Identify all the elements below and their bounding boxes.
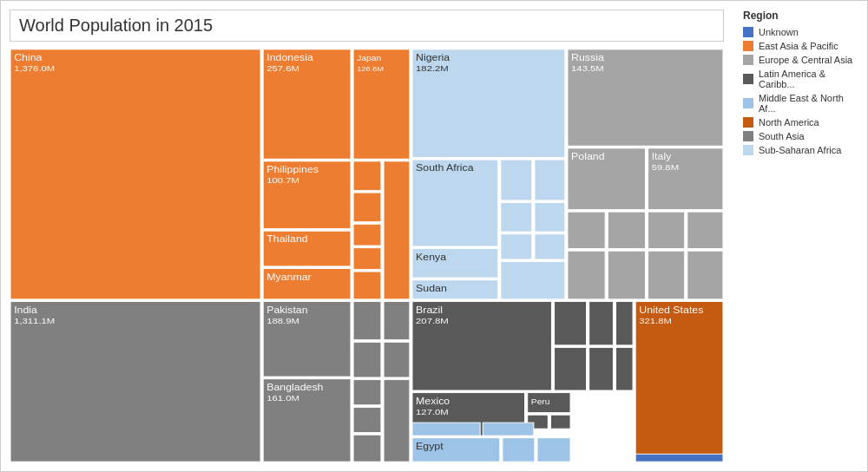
svg-text:1,311.1M: 1,311.1M	[14, 316, 55, 325]
svg-text:257.6M: 257.6M	[266, 63, 299, 73]
svg-rect-47	[608, 212, 645, 248]
svg-rect-82	[555, 348, 587, 390]
svg-rect-32	[535, 160, 565, 200]
svg-text:Brazil: Brazil	[416, 305, 443, 315]
legend-item[interactable]: East Asia & Pacific	[743, 41, 857, 51]
svg-rect-50	[568, 251, 605, 299]
svg-text:Egypt: Egypt	[416, 442, 444, 451]
legend-label: Middle East & North Af...	[759, 93, 857, 114]
svg-rect-53	[687, 251, 723, 299]
legend-label: South Asia	[759, 131, 805, 141]
svg-text:321.8M: 321.8M	[639, 316, 672, 325]
svg-text:Kenya: Kenya	[416, 252, 447, 262]
legend-item[interactable]: Europe & Central Asia	[743, 55, 857, 65]
legend-swatch	[743, 117, 753, 128]
svg-rect-93	[635, 302, 723, 462]
svg-rect-49	[687, 212, 723, 248]
svg-rect-16	[353, 161, 381, 191]
svg-rect-34	[535, 203, 565, 233]
legend-label: Sub-Saharan Africa	[759, 145, 841, 155]
svg-text:126.6M: 126.6M	[357, 65, 384, 73]
svg-text:Bangladesh: Bangladesh	[266, 383, 323, 392]
svg-text:59.8M: 59.8M	[652, 162, 679, 172]
legend-label: East Asia & Pacific	[759, 41, 838, 51]
svg-rect-64	[353, 342, 381, 377]
svg-rect-51	[608, 251, 645, 299]
svg-text:Sudan: Sudan	[416, 284, 447, 293]
legend-swatch	[743, 98, 753, 108]
svg-text:143.5M: 143.5M	[571, 63, 604, 73]
svg-rect-66	[353, 407, 381, 432]
svg-text:Peru: Peru	[531, 397, 550, 406]
legend-swatch	[743, 145, 753, 155]
svg-rect-36	[535, 234, 565, 259]
svg-text:182.2M: 182.2M	[416, 63, 449, 73]
svg-rect-67	[353, 435, 381, 462]
svg-text:South Africa: South Africa	[416, 163, 474, 173]
svg-text:Indonesia: Indonesia	[266, 53, 313, 62]
chart-area: World Population in 2015 China1,376.0MIn…	[1, 1, 733, 471]
legend-label: Europe & Central Asia	[759, 55, 852, 65]
svg-text:United States: United States	[639, 305, 703, 315]
svg-rect-92	[537, 438, 570, 462]
svg-rect-89	[412, 423, 480, 436]
svg-rect-83	[589, 302, 614, 345]
svg-text:India: India	[14, 305, 37, 315]
svg-text:Philippines: Philippines	[266, 165, 319, 174]
svg-rect-35	[501, 234, 532, 259]
legend-title: Region	[743, 10, 857, 22]
legend-swatch	[743, 41, 753, 51]
svg-rect-19	[353, 248, 381, 270]
legend-swatch	[743, 131, 753, 141]
legend-swatch	[743, 74, 753, 84]
svg-rect-54	[10, 302, 260, 462]
legend-item[interactable]: Unknown	[743, 27, 857, 37]
legend-label: Latin America & Caribb...	[759, 69, 857, 89]
svg-rect-70	[384, 380, 410, 462]
svg-rect-86	[616, 348, 634, 390]
svg-rect-46	[568, 212, 605, 248]
svg-rect-65	[353, 380, 381, 405]
svg-text:1,376.0M: 1,376.0M	[14, 63, 55, 73]
svg-rect-81	[555, 302, 587, 345]
svg-rect-68	[384, 302, 410, 340]
main-container: World Population in 2015 China1,376.0MIn…	[0, 0, 868, 472]
legend-item[interactable]: South Asia	[743, 131, 857, 141]
svg-rect-85	[616, 302, 634, 345]
svg-text:Thailand: Thailand	[266, 234, 307, 244]
svg-rect-91	[503, 438, 535, 462]
svg-rect-63	[353, 302, 381, 340]
svg-text:Mexico: Mexico	[416, 397, 450, 406]
treemap: China1,376.0MIndonesia257.6MJapan126.6MP…	[10, 49, 724, 462]
svg-rect-90	[483, 423, 534, 436]
svg-rect-20	[353, 272, 381, 299]
svg-text:127.0M: 127.0M	[416, 407, 449, 416]
svg-text:161.0M: 161.0M	[266, 393, 299, 403]
svg-rect-31	[501, 160, 532, 200]
legend-item[interactable]: North America	[743, 117, 857, 128]
svg-rect-0	[10, 49, 260, 299]
svg-text:China: China	[14, 53, 43, 62]
svg-rect-84	[589, 348, 614, 390]
svg-rect-96	[635, 454, 723, 462]
svg-text:Russia: Russia	[571, 53, 604, 62]
svg-text:100.7M: 100.7M	[266, 175, 299, 185]
legend-area: Region UnknownEast Asia & PacificEurope …	[733, 1, 867, 471]
svg-rect-17	[353, 193, 381, 222]
svg-rect-18	[353, 224, 381, 246]
svg-rect-69	[384, 342, 410, 377]
legend-item[interactable]: Latin America & Caribb...	[743, 69, 857, 89]
legend-swatch	[743, 55, 753, 65]
svg-rect-33	[501, 203, 532, 233]
svg-rect-21	[384, 161, 410, 299]
svg-rect-52	[648, 251, 685, 299]
legend-item[interactable]: Sub-Saharan Africa	[743, 145, 857, 155]
svg-rect-48	[648, 212, 685, 248]
legend-label: Unknown	[759, 27, 799, 37]
chart-title: World Population in 2015	[10, 10, 724, 42]
svg-text:207.8M: 207.8M	[416, 316, 449, 325]
svg-rect-71	[412, 302, 551, 390]
legend-item[interactable]: Middle East & North Af...	[743, 93, 857, 114]
svg-text:Italy: Italy	[652, 152, 672, 161]
legend-swatch	[743, 27, 753, 37]
